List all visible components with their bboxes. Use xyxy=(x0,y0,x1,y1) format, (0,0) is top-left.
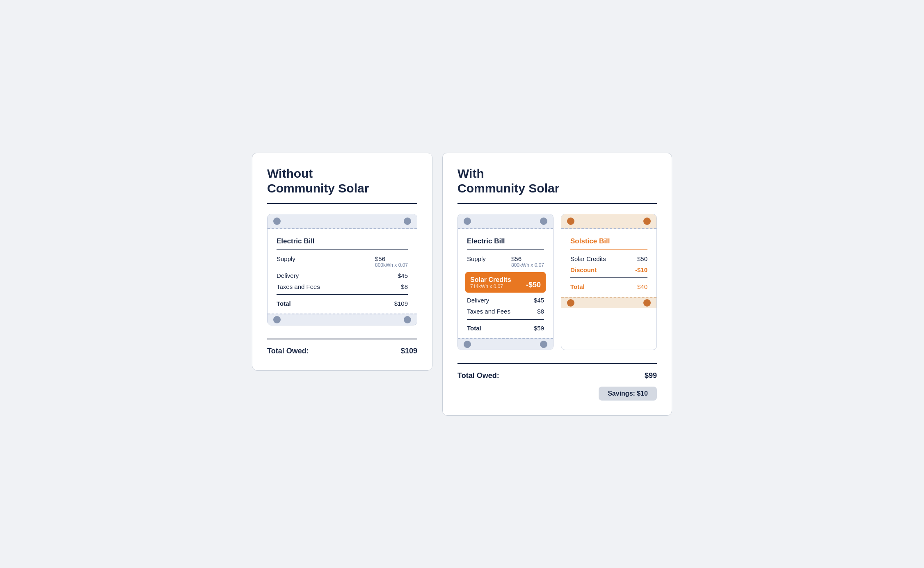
solar-credits-sub: 714kWh x 0.07 xyxy=(470,284,511,289)
notch-right-r xyxy=(540,218,547,225)
solstice-total-label: Total xyxy=(570,283,585,290)
left-card-body: Electric Bill Supply $56 800kWh x 0.07 D… xyxy=(268,229,417,314)
panels-wrapper: Without Community Solar Electric Bill Su… xyxy=(252,153,672,416)
right-electric-divider xyxy=(467,249,544,250)
left-electric-bill-card: Electric Bill Supply $56 800kWh x 0.07 D… xyxy=(267,214,417,325)
left-total-owed-value: $109 xyxy=(401,347,417,355)
right-delivery-label: Delivery xyxy=(467,297,489,304)
left-supply-row: Supply $56 800kWh x 0.07 xyxy=(277,255,408,268)
savings-badge: Savings: $10 xyxy=(599,387,657,401)
right-electric-total-row: Total $59 xyxy=(467,325,544,332)
notch-footer-left xyxy=(273,316,281,323)
right-supply-row: Supply $56 800kWh x 0.07 xyxy=(467,255,544,268)
solar-credits-value: -$50 xyxy=(526,281,541,289)
right-delivery-value: $45 xyxy=(534,297,544,304)
left-delivery-label: Delivery xyxy=(277,272,299,279)
right-electric-card-header xyxy=(458,214,553,229)
solstice-solar-credits-value: $50 xyxy=(637,255,647,262)
left-delivery-row: Delivery $45 xyxy=(277,272,408,279)
notch-footer-r-right xyxy=(540,341,547,348)
left-panel-footer: Total Owed: $109 xyxy=(267,339,417,355)
right-taxes-row: Taxes and Fees $8 xyxy=(467,308,544,315)
left-total-value: $109 xyxy=(394,300,408,307)
solstice-card-body: Solstice Bill Solar Credits $50 Discount… xyxy=(561,229,656,297)
savings-row: Savings: $10 xyxy=(457,382,657,401)
left-bill-cards-row: Electric Bill Supply $56 800kWh x 0.07 D… xyxy=(267,214,417,325)
left-total-row: Total $109 xyxy=(277,300,408,307)
notch-left xyxy=(273,218,281,225)
left-total-owed-label: Total Owed: xyxy=(267,347,309,355)
solar-credits-label: Solar Credits xyxy=(470,276,511,283)
right-supply-label: Supply xyxy=(467,255,486,262)
solstice-title-divider xyxy=(570,249,647,250)
right-panel-title: With Community Solar xyxy=(457,166,657,196)
right-supply-sub: 800kWh x 0.07 xyxy=(511,262,544,268)
solstice-solar-credits-label: Solar Credits xyxy=(570,255,606,262)
right-electric-card-footer xyxy=(458,338,553,350)
right-bill-cards-row: Electric Bill Supply $56 800kWh x 0.07 S… xyxy=(457,214,657,350)
solstice-card-header xyxy=(561,214,656,229)
solstice-discount-value: -$10 xyxy=(635,266,647,273)
notch-solstice-footer-right xyxy=(643,299,651,307)
left-bill-title: Electric Bill xyxy=(277,237,408,245)
right-electric-total-divider xyxy=(467,319,544,320)
left-delivery-value: $45 xyxy=(398,272,408,279)
left-supply-label: Supply xyxy=(277,255,295,262)
right-delivery-row: Delivery $45 xyxy=(467,297,544,304)
right-panel-footer: Total Owed: $99 xyxy=(457,363,657,380)
right-electric-card-body: Electric Bill Supply $56 800kWh x 0.07 S… xyxy=(458,229,553,338)
right-panel: With Community Solar Electric Bill Suppl… xyxy=(442,153,672,416)
left-taxes-row: Taxes and Fees $8 xyxy=(277,283,408,290)
solstice-bill-title: Solstice Bill xyxy=(570,237,647,245)
notch-footer-right xyxy=(404,316,411,323)
left-panel: Without Community Solar Electric Bill Su… xyxy=(252,153,432,371)
solstice-solar-credits-row: Solar Credits $50 xyxy=(570,255,647,262)
left-panel-divider xyxy=(267,203,417,204)
solstice-total-divider xyxy=(570,277,647,278)
left-total-label: Total xyxy=(277,300,291,307)
left-bill-title-divider xyxy=(277,249,408,250)
left-panel-title: Without Community Solar xyxy=(267,166,417,196)
solar-credits-row: Solar Credits 714kWh x 0.07 -$50 xyxy=(465,272,546,293)
solstice-total-value: $40 xyxy=(637,283,647,290)
notch-solstice-right xyxy=(643,218,651,225)
left-supply-value: $56 xyxy=(375,255,385,262)
solstice-discount-label: Discount xyxy=(570,266,597,273)
solstice-discount-row: Discount -$10 xyxy=(570,266,647,273)
solstice-total-row: Total $40 xyxy=(570,283,647,290)
notch-solstice-footer-left xyxy=(567,299,574,307)
left-taxes-label: Taxes and Fees xyxy=(277,283,320,290)
right-electric-total-value: $59 xyxy=(534,325,544,332)
left-taxes-value: $8 xyxy=(401,283,408,290)
solstice-card-footer xyxy=(561,297,656,308)
right-electric-bill-title: Electric Bill xyxy=(467,237,544,245)
notch-right xyxy=(404,218,411,225)
right-electric-bill-card: Electric Bill Supply $56 800kWh x 0.07 S… xyxy=(457,214,553,350)
right-total-owed-value: $99 xyxy=(645,371,657,380)
left-supply-sub: 800kWh x 0.07 xyxy=(375,262,408,268)
right-electric-total-label: Total xyxy=(467,325,481,332)
left-card-footer xyxy=(268,314,417,325)
left-card-header xyxy=(268,214,417,229)
right-total-owed-label: Total Owed: xyxy=(457,371,499,380)
solstice-bill-card: Solstice Bill Solar Credits $50 Discount… xyxy=(561,214,657,350)
right-panel-divider xyxy=(457,203,657,204)
notch-solstice-left xyxy=(567,218,574,225)
left-total-divider xyxy=(277,294,408,295)
notch-left-r xyxy=(464,218,471,225)
right-supply-value: $56 xyxy=(511,255,521,262)
right-taxes-label: Taxes and Fees xyxy=(467,308,510,315)
right-taxes-value: $8 xyxy=(537,308,544,315)
notch-footer-r-left xyxy=(464,341,471,348)
